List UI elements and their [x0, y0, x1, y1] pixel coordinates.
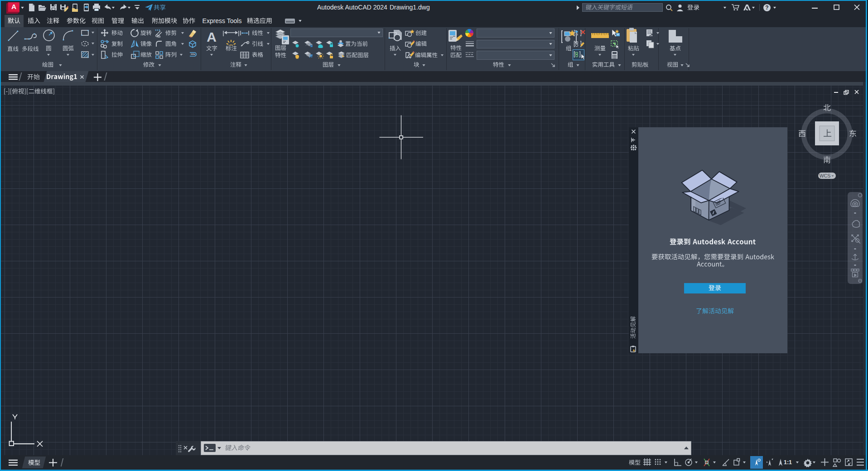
- svg-text:?: ?: [765, 5, 768, 11]
